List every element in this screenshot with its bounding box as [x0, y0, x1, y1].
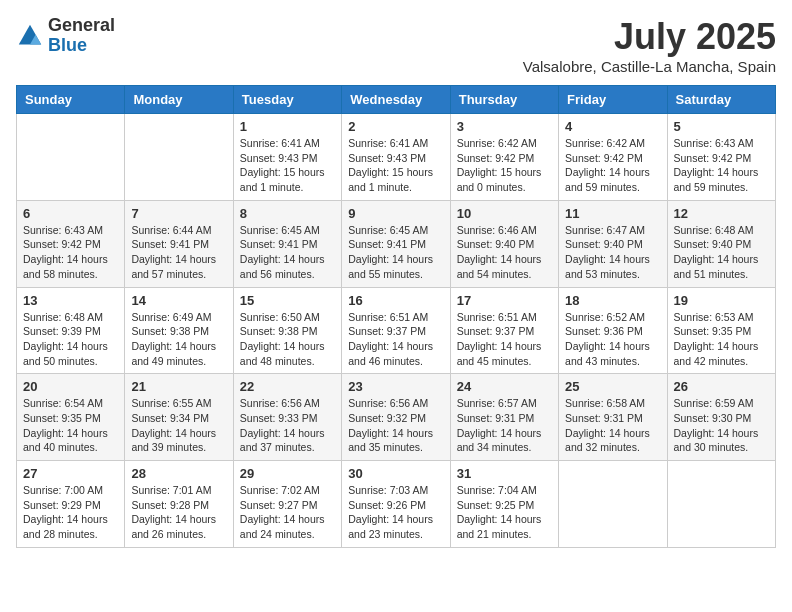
days-header-row: SundayMondayTuesdayWednesdayThursdayFrid… [17, 86, 776, 114]
calendar-cell: 15Sunrise: 6:50 AM Sunset: 9:38 PM Dayli… [233, 287, 341, 374]
calendar-cell: 28Sunrise: 7:01 AM Sunset: 9:28 PM Dayli… [125, 461, 233, 548]
calendar-cell [125, 114, 233, 201]
day-info: Sunrise: 6:48 AM Sunset: 9:39 PM Dayligh… [23, 310, 118, 369]
logo-icon [16, 22, 44, 50]
calendar-cell: 3Sunrise: 6:42 AM Sunset: 9:42 PM Daylig… [450, 114, 558, 201]
day-number: 14 [131, 293, 226, 308]
day-number: 21 [131, 379, 226, 394]
calendar-cell: 19Sunrise: 6:53 AM Sunset: 9:35 PM Dayli… [667, 287, 775, 374]
day-number: 11 [565, 206, 660, 221]
calendar-table: SundayMondayTuesdayWednesdayThursdayFrid… [16, 85, 776, 548]
day-number: 29 [240, 466, 335, 481]
day-info: Sunrise: 6:43 AM Sunset: 9:42 PM Dayligh… [23, 223, 118, 282]
calendar-cell: 25Sunrise: 6:58 AM Sunset: 9:31 PM Dayli… [559, 374, 667, 461]
calendar-cell: 29Sunrise: 7:02 AM Sunset: 9:27 PM Dayli… [233, 461, 341, 548]
day-number: 24 [457, 379, 552, 394]
calendar-cell: 26Sunrise: 6:59 AM Sunset: 9:30 PM Dayli… [667, 374, 775, 461]
calendar-cell: 18Sunrise: 6:52 AM Sunset: 9:36 PM Dayli… [559, 287, 667, 374]
calendar-cell: 11Sunrise: 6:47 AM Sunset: 9:40 PM Dayli… [559, 200, 667, 287]
day-info: Sunrise: 6:49 AM Sunset: 9:38 PM Dayligh… [131, 310, 226, 369]
calendar-cell: 17Sunrise: 6:51 AM Sunset: 9:37 PM Dayli… [450, 287, 558, 374]
calendar-cell: 9Sunrise: 6:45 AM Sunset: 9:41 PM Daylig… [342, 200, 450, 287]
calendar-cell: 31Sunrise: 7:04 AM Sunset: 9:25 PM Dayli… [450, 461, 558, 548]
week-row-3: 13Sunrise: 6:48 AM Sunset: 9:39 PM Dayli… [17, 287, 776, 374]
calendar-cell: 7Sunrise: 6:44 AM Sunset: 9:41 PM Daylig… [125, 200, 233, 287]
day-info: Sunrise: 6:54 AM Sunset: 9:35 PM Dayligh… [23, 396, 118, 455]
day-number: 6 [23, 206, 118, 221]
day-number: 12 [674, 206, 769, 221]
calendar-cell: 12Sunrise: 6:48 AM Sunset: 9:40 PM Dayli… [667, 200, 775, 287]
calendar-cell: 16Sunrise: 6:51 AM Sunset: 9:37 PM Dayli… [342, 287, 450, 374]
week-row-2: 6Sunrise: 6:43 AM Sunset: 9:42 PM Daylig… [17, 200, 776, 287]
day-info: Sunrise: 6:42 AM Sunset: 9:42 PM Dayligh… [457, 136, 552, 195]
location-title: Valsalobre, Castille-La Mancha, Spain [523, 58, 776, 75]
day-number: 18 [565, 293, 660, 308]
day-header-friday: Friday [559, 86, 667, 114]
day-number: 26 [674, 379, 769, 394]
calendar-cell: 24Sunrise: 6:57 AM Sunset: 9:31 PM Dayli… [450, 374, 558, 461]
calendar-cell: 22Sunrise: 6:56 AM Sunset: 9:33 PM Dayli… [233, 374, 341, 461]
day-number: 3 [457, 119, 552, 134]
calendar-cell: 21Sunrise: 6:55 AM Sunset: 9:34 PM Dayli… [125, 374, 233, 461]
day-info: Sunrise: 6:52 AM Sunset: 9:36 PM Dayligh… [565, 310, 660, 369]
day-info: Sunrise: 7:01 AM Sunset: 9:28 PM Dayligh… [131, 483, 226, 542]
calendar-cell: 30Sunrise: 7:03 AM Sunset: 9:26 PM Dayli… [342, 461, 450, 548]
day-header-sunday: Sunday [17, 86, 125, 114]
day-header-tuesday: Tuesday [233, 86, 341, 114]
day-number: 9 [348, 206, 443, 221]
calendar-cell [17, 114, 125, 201]
day-info: Sunrise: 6:47 AM Sunset: 9:40 PM Dayligh… [565, 223, 660, 282]
day-info: Sunrise: 6:56 AM Sunset: 9:32 PM Dayligh… [348, 396, 443, 455]
calendar-cell: 4Sunrise: 6:42 AM Sunset: 9:42 PM Daylig… [559, 114, 667, 201]
day-number: 25 [565, 379, 660, 394]
day-info: Sunrise: 6:45 AM Sunset: 9:41 PM Dayligh… [240, 223, 335, 282]
day-info: Sunrise: 6:55 AM Sunset: 9:34 PM Dayligh… [131, 396, 226, 455]
calendar-cell: 14Sunrise: 6:49 AM Sunset: 9:38 PM Dayli… [125, 287, 233, 374]
day-number: 16 [348, 293, 443, 308]
day-info: Sunrise: 6:51 AM Sunset: 9:37 PM Dayligh… [348, 310, 443, 369]
logo-general: General [48, 16, 115, 36]
page-header: General Blue July 2025 Valsalobre, Casti… [16, 16, 776, 75]
logo-text: General Blue [48, 16, 115, 56]
day-number: 5 [674, 119, 769, 134]
week-row-5: 27Sunrise: 7:00 AM Sunset: 9:29 PM Dayli… [17, 461, 776, 548]
day-info: Sunrise: 6:50 AM Sunset: 9:38 PM Dayligh… [240, 310, 335, 369]
day-info: Sunrise: 6:45 AM Sunset: 9:41 PM Dayligh… [348, 223, 443, 282]
day-info: Sunrise: 6:41 AM Sunset: 9:43 PM Dayligh… [348, 136, 443, 195]
day-info: Sunrise: 6:56 AM Sunset: 9:33 PM Dayligh… [240, 396, 335, 455]
day-info: Sunrise: 6:46 AM Sunset: 9:40 PM Dayligh… [457, 223, 552, 282]
day-info: Sunrise: 6:59 AM Sunset: 9:30 PM Dayligh… [674, 396, 769, 455]
calendar-cell: 13Sunrise: 6:48 AM Sunset: 9:39 PM Dayli… [17, 287, 125, 374]
calendar-cell [667, 461, 775, 548]
calendar-cell: 10Sunrise: 6:46 AM Sunset: 9:40 PM Dayli… [450, 200, 558, 287]
day-number: 30 [348, 466, 443, 481]
logo: General Blue [16, 16, 115, 56]
day-info: Sunrise: 6:42 AM Sunset: 9:42 PM Dayligh… [565, 136, 660, 195]
day-number: 31 [457, 466, 552, 481]
day-info: Sunrise: 7:03 AM Sunset: 9:26 PM Dayligh… [348, 483, 443, 542]
day-info: Sunrise: 6:57 AM Sunset: 9:31 PM Dayligh… [457, 396, 552, 455]
calendar-cell: 6Sunrise: 6:43 AM Sunset: 9:42 PM Daylig… [17, 200, 125, 287]
day-number: 19 [674, 293, 769, 308]
calendar-cell: 8Sunrise: 6:45 AM Sunset: 9:41 PM Daylig… [233, 200, 341, 287]
day-number: 1 [240, 119, 335, 134]
day-info: Sunrise: 7:02 AM Sunset: 9:27 PM Dayligh… [240, 483, 335, 542]
day-info: Sunrise: 6:41 AM Sunset: 9:43 PM Dayligh… [240, 136, 335, 195]
day-info: Sunrise: 6:43 AM Sunset: 9:42 PM Dayligh… [674, 136, 769, 195]
title-block: July 2025 Valsalobre, Castille-La Mancha… [523, 16, 776, 75]
day-info: Sunrise: 6:58 AM Sunset: 9:31 PM Dayligh… [565, 396, 660, 455]
week-row-4: 20Sunrise: 6:54 AM Sunset: 9:35 PM Dayli… [17, 374, 776, 461]
day-info: Sunrise: 6:44 AM Sunset: 9:41 PM Dayligh… [131, 223, 226, 282]
day-number: 22 [240, 379, 335, 394]
day-header-wednesday: Wednesday [342, 86, 450, 114]
month-title: July 2025 [523, 16, 776, 58]
day-number: 13 [23, 293, 118, 308]
day-info: Sunrise: 6:48 AM Sunset: 9:40 PM Dayligh… [674, 223, 769, 282]
day-info: Sunrise: 7:04 AM Sunset: 9:25 PM Dayligh… [457, 483, 552, 542]
day-number: 17 [457, 293, 552, 308]
day-info: Sunrise: 6:51 AM Sunset: 9:37 PM Dayligh… [457, 310, 552, 369]
day-info: Sunrise: 6:53 AM Sunset: 9:35 PM Dayligh… [674, 310, 769, 369]
day-number: 2 [348, 119, 443, 134]
day-header-saturday: Saturday [667, 86, 775, 114]
logo-blue: Blue [48, 36, 115, 56]
